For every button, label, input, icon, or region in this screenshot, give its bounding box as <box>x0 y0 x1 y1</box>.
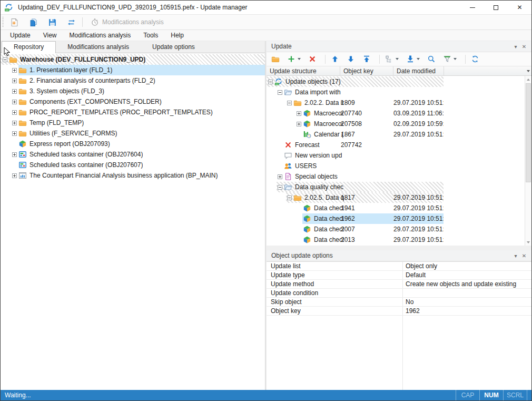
repository-tree-row[interactable]: Express report (OBJ207093) <box>1 139 265 149</box>
maximize-button[interactable] <box>484 1 508 14</box>
panel-splitter-horizontal[interactable] <box>267 246 531 250</box>
expander-minus-icon[interactable] <box>268 80 273 84</box>
folder-button[interactable] <box>269 53 282 65</box>
modifications-analysis-button[interactable]: Modifications analysis <box>86 16 168 28</box>
tab-modifications-analysis[interactable]: Modifications analysis <box>56 42 141 53</box>
minimize-button[interactable] <box>460 1 484 14</box>
move-up-button[interactable] <box>329 53 341 65</box>
option-row-update-method[interactable]: Update methodCreate new objects and upda… <box>267 280 531 289</box>
update-tree-row[interactable]: Special objects <box>267 171 531 182</box>
update-tree-row[interactable]: Macroecoi20774003.09.2019 11:06:50 <box>267 108 531 119</box>
update-tree-row[interactable]: Data checl194129.07.2019 10:51:29 <box>267 203 531 213</box>
option-row-skip-object[interactable]: Skip objectNo <box>267 298 531 307</box>
option-row-update-list[interactable]: Update listObject only <box>267 262 531 271</box>
add-button[interactable] <box>285 53 303 65</box>
repository-tree-row[interactable]: 3. System objects (FLD_3) <box>1 86 265 96</box>
menu-tools[interactable]: Tools <box>137 30 164 41</box>
update-tree-row[interactable]: Data quality chec <box>267 182 531 192</box>
dropdown-caret-icon[interactable] <box>396 58 399 60</box>
column-header-date-modified[interactable]: Date modified <box>393 66 444 75</box>
update-tree-row[interactable]: 2.02.2. Data ir180929.07.2019 10:51:22 <box>267 97 531 108</box>
update-tree-scrollbar[interactable] <box>525 76 531 246</box>
option-row-update-type[interactable]: Update typeDefault <box>267 271 531 280</box>
tree-view-button[interactable] <box>383 53 401 65</box>
copy-document-button[interactable] <box>26 16 41 28</box>
repository-tree-row[interactable]: Scheduled tasks container (OBJ207607) <box>1 160 265 170</box>
sync-swap-button[interactable] <box>64 16 78 28</box>
menu-modifications-analysis[interactable]: Modifications analysis <box>63 30 137 41</box>
update-tree-row[interactable]: 2.02.5. Data q181729.07.2019 10:51:29 <box>267 192 531 203</box>
update-tree-row[interactable]: Data checl201329.07.2019 10:51:29 <box>267 234 531 245</box>
expander-plus-icon[interactable] <box>297 111 301 116</box>
option-row-object-key[interactable]: Object key1962 <box>267 307 531 316</box>
expander-plus-icon[interactable] <box>12 173 17 178</box>
expander-plus-icon[interactable] <box>12 100 17 104</box>
dropdown-caret-icon[interactable] <box>454 58 457 60</box>
close-button[interactable]: ✕ <box>508 1 531 14</box>
scrollbar-thumb[interactable] <box>526 83 531 182</box>
move-top-button[interactable] <box>360 53 373 65</box>
filter-button[interactable] <box>441 53 459 65</box>
update-tree-row[interactable]: Macroecoi20750802.09.2019 10:59:28 <box>267 119 531 129</box>
repository-tree-row[interactable]: 2. Financial analysis of counterparts (F… <box>1 75 265 86</box>
update-tree-row[interactable]: Data import with <box>267 87 531 97</box>
panel-close-icon[interactable]: ✕ <box>520 44 528 50</box>
update-tree-row[interactable]: USERS <box>267 161 531 171</box>
repository-tree-row[interactable]: Temp (FLD_TEMP) <box>1 118 265 128</box>
new-report-button[interactable] <box>7 16 22 28</box>
expander-plus-icon[interactable] <box>12 152 17 157</box>
update-tree-row[interactable]: Data checl200729.07.2019 10:51:29 <box>267 224 531 234</box>
repository-tree-row[interactable]: Warehouse (DEV_FULLFUNCTION9_UPD) <box>1 54 265 65</box>
update-tree-row[interactable]: Data checl196229.07.2019 10:51:29 <box>267 213 531 224</box>
expander-plus-icon[interactable] <box>12 89 17 94</box>
option-value[interactable]: Default <box>402 271 531 279</box>
menu-update[interactable]: Update <box>4 30 37 41</box>
panel-menu-icon[interactable]: ▾ <box>511 253 520 259</box>
column-header-object-key[interactable]: Object key <box>340 66 393 75</box>
repository-tree-row[interactable]: PROC_REPORT_TEMPLATES (PROC_REPORT_TEMPL… <box>1 107 265 118</box>
expander-plus-icon[interactable] <box>12 79 17 83</box>
expander-minus-icon[interactable] <box>3 57 7 62</box>
toolbar-grip[interactable] <box>2 17 4 27</box>
panel-menu-icon[interactable]: ▾ <box>511 44 520 50</box>
repository-tree-row[interactable]: Components (EXT_COMPONENTS_FOLDER) <box>1 96 265 107</box>
move-down-button[interactable] <box>344 53 357 65</box>
refresh-button[interactable] <box>469 53 481 65</box>
dropdown-caret-icon[interactable] <box>417 58 420 60</box>
expander-minus-icon[interactable] <box>278 185 282 190</box>
option-value[interactable]: 1962 <box>402 307 531 315</box>
expander-minus-icon[interactable] <box>287 195 292 200</box>
option-value[interactable]: Object only <box>402 262 531 270</box>
panel-close-icon[interactable]: ✕ <box>520 253 528 259</box>
tab-update-options[interactable]: Update options <box>141 42 206 53</box>
expander-plus-icon[interactable] <box>278 174 282 179</box>
expander-plus-icon[interactable] <box>12 121 17 125</box>
update-tree-row[interactable]: New version upd <box>267 150 531 161</box>
expander-minus-icon[interactable] <box>287 101 292 105</box>
menu-view[interactable]: View <box>37 30 63 41</box>
search-button[interactable] <box>425 53 438 65</box>
repository-tree-row[interactable]: Scheduled tasks container (OBJ207604) <box>1 149 265 160</box>
expander-plus-icon[interactable] <box>297 122 301 126</box>
update-tree-row[interactable]: Calendar (186729.07.2019 10:51:22 <box>267 129 531 140</box>
option-value[interactable]: Create new objects and update existing <box>402 280 531 288</box>
scrollbar-down-arrow[interactable] <box>525 239 531 246</box>
repository-tree-row[interactable]: Utilities (F_SERVICE_FORMS) <box>1 128 265 139</box>
update-tree-row[interactable]: Update objects (17) <box>267 76 531 87</box>
repository-tree-row[interactable]: The Countepart Financial Analysis busine… <box>1 170 265 181</box>
column-header-update-structure[interactable]: Update structure <box>267 66 340 75</box>
menu-help[interactable]: Help <box>164 30 190 41</box>
repository-tree-row[interactable]: 1. Presentation layer (FLD_1) <box>1 65 265 75</box>
option-value[interactable]: No <box>402 298 531 306</box>
import-button[interactable] <box>404 53 422 65</box>
expander-plus-icon[interactable] <box>12 131 17 136</box>
expander-minus-icon[interactable] <box>278 90 282 95</box>
expander-plus-icon[interactable] <box>12 68 17 73</box>
column-chooser-arrow-icon[interactable] <box>527 70 530 72</box>
dropdown-caret-icon[interactable] <box>298 58 301 60</box>
save-button[interactable] <box>45 16 60 28</box>
option-value[interactable] <box>402 289 531 297</box>
option-row-update-condition[interactable]: Update condition <box>267 289 531 298</box>
scrollbar-up-arrow[interactable] <box>525 76 531 83</box>
expander-plus-icon[interactable] <box>12 110 17 115</box>
